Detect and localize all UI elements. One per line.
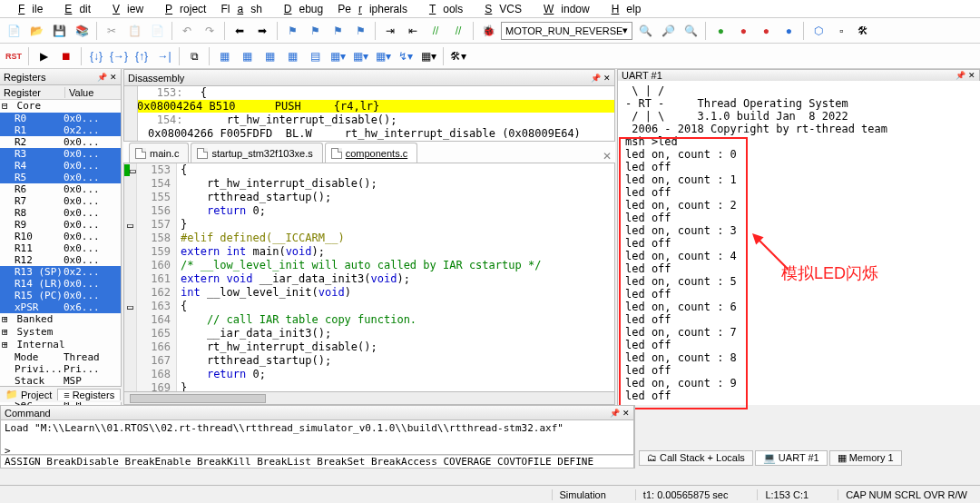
stop-build-button[interactable]: ● [756,21,776,41]
register-row[interactable]: R90x0... [0,219,121,231]
pin-icon[interactable]: 📌 ✕ [610,409,630,418]
code-editor[interactable]: ▭▭▭ 153154155156157158159160161162163164… [123,163,615,392]
menu-help[interactable]: Help [597,3,649,15]
bookmark-button[interactable]: ⚑ [282,21,302,41]
undo-button[interactable]: ↶ [177,21,197,41]
pin-icon[interactable]: 📌 ✕ [956,71,975,80]
breakpoint-marker[interactable]: ▭ [124,218,136,232]
breakpoint-marker[interactable] [124,232,136,245]
window-disasm-button[interactable]: ▦ [237,46,257,66]
rebuild-button[interactable]: ● [733,21,753,41]
step-in-button[interactable]: {↓} [86,46,106,66]
uart-output[interactable]: \ | / - RT - Thread Operating System / |… [618,81,980,406]
window-output-button[interactable]: ▦ [282,46,302,66]
menu-project[interactable]: Project [151,3,213,15]
breakpoint-marker[interactable]: ▭ [124,163,136,177]
window-command-button[interactable]: ▤ [305,46,325,66]
register-row[interactable]: R70x0... [0,195,121,207]
command-output[interactable]: Load "M:\\Learn\\01.RTOS\\02.rt-thread\\… [0,420,634,455]
window-icon[interactable]: ▫ [831,21,851,41]
breakpoint-marker[interactable] [124,272,136,286]
register-row[interactable]: R13 (SP)0x2... [0,266,121,278]
stop-button[interactable]: ⏹ [56,46,76,66]
editor-hscroll[interactable] [123,392,615,405]
bookmark-prev-button[interactable]: ⚑ [305,21,325,41]
menu-file[interactable]: File [4,3,50,15]
register-row[interactable]: xPSR0x6... [0,301,121,313]
open-file-button[interactable]: 📂 [26,21,46,41]
register-row[interactable]: R100x0... [0,231,121,242]
tab-project[interactable]: 📁 Project [0,389,57,400]
breakpoint-marker[interactable] [124,177,136,191]
breakpoint-marker[interactable]: ▭ [124,300,136,313]
reg-group-core[interactable]: ⊟ Core [0,100,121,113]
editor-tab[interactable]: components.c [325,143,417,163]
register-row[interactable]: R14 (LR)0x0... [0,278,121,290]
breakpoint-marker[interactable] [124,191,136,204]
reset-button[interactable]: RST [4,46,24,66]
window-memory-button[interactable]: ▦▾ [328,46,348,66]
editor-tab[interactable]: startup_stm32f103xe.s [191,143,322,163]
show-disasm-button[interactable]: ⧉ [184,46,204,66]
menu-peripherals[interactable]: Peripherals [330,3,415,15]
register-row[interactable]: Privi...Pri... [0,363,121,375]
pin-icon[interactable]: 📌 ✕ [97,73,117,82]
search-next-button[interactable]: 🔎 [658,21,678,41]
target-select[interactable]: MOTOR_RUN_REVERSE▾ [501,22,632,40]
register-row[interactable]: R20x0... [0,136,121,148]
load-icon[interactable]: 🐞 [478,21,498,41]
tab-callstack[interactable]: 🗂 Call Stack + Locals [639,450,753,466]
breakpoint-marker[interactable] [124,245,136,259]
reg-group[interactable]: ⊞ System [0,326,121,339]
register-row[interactable]: R30x0... [0,148,121,160]
step-over-button[interactable]: {→} [109,46,129,66]
register-row[interactable]: R120x0... [0,254,121,266]
window-trace-button[interactable]: ↯▾ [396,46,416,66]
register-row[interactable]: R40x0... [0,160,121,172]
tools-icon[interactable]: 🛠 [853,21,873,41]
run-button[interactable]: ▶ [34,46,54,66]
bookmark-clear-button[interactable]: ⚑ [350,21,370,41]
nav-forward-button[interactable]: ➡ [252,21,272,41]
indent-button[interactable]: ⇥ [380,21,400,41]
window-serial-button[interactable]: ▦▾ [350,46,370,66]
menu-debug[interactable]: Debug [270,3,330,15]
tab-registers[interactable]: ≡ Registers [57,389,121,400]
options-button[interactable]: ● [779,21,799,41]
menu-window[interactable]: Window [529,3,597,15]
nav-back-button[interactable]: ⬅ [230,21,250,41]
reg-group[interactable]: ⊞ Internal [0,339,121,351]
window-regs-button[interactable]: ▦ [214,46,234,66]
build-button[interactable]: ● [710,21,730,41]
search-prev-button[interactable]: 🔍 [681,21,701,41]
breakpoint-marker[interactable] [124,368,136,381]
debug-icon[interactable]: ⬡ [808,21,828,41]
bookmark-next-button[interactable]: ⚑ [328,21,348,41]
copy-button[interactable]: 📋 [124,21,144,41]
register-row[interactable]: R110x0... [0,242,121,254]
breakpoint-marker[interactable] [124,340,136,354]
tab-uart1[interactable]: 💻 UART #1 [755,450,828,466]
toolbox-button[interactable]: 🛠▾ [448,46,468,66]
outdent-button[interactable]: ⇤ [403,21,423,41]
reg-group[interactable]: ⊞ Banked [0,313,121,326]
save-all-button[interactable]: 📚 [72,21,92,41]
register-row[interactable]: R15 (PC)0x0... [0,290,121,301]
pin-icon[interactable]: 📌 ✕ [591,74,611,83]
step-out-button[interactable]: {↑} [132,46,152,66]
editor-tab[interactable]: main.c [129,143,189,163]
new-file-button[interactable]: 📄 [4,21,24,41]
breakpoint-marker[interactable] [124,381,136,392]
breakpoint-marker[interactable] [124,286,136,300]
close-tab-icon[interactable]: ✕ [603,150,612,163]
save-button[interactable]: 💾 [49,21,69,41]
breakpoint-marker[interactable] [124,354,136,368]
register-row[interactable]: R10x2... [0,124,121,136]
register-row[interactable]: R50x0... [0,172,121,183]
tab-memory1[interactable]: ▦ Memory 1 [829,450,902,466]
disassembly-view[interactable]: 153: {0x08004264 B510 PUSH {r4,lr} 154: … [123,85,615,142]
breakpoint-marker[interactable] [124,327,136,340]
paste-button[interactable]: 📄 [147,21,167,41]
breakpoint-marker[interactable] [124,313,136,327]
cut-button[interactable]: ✂ [102,21,122,41]
